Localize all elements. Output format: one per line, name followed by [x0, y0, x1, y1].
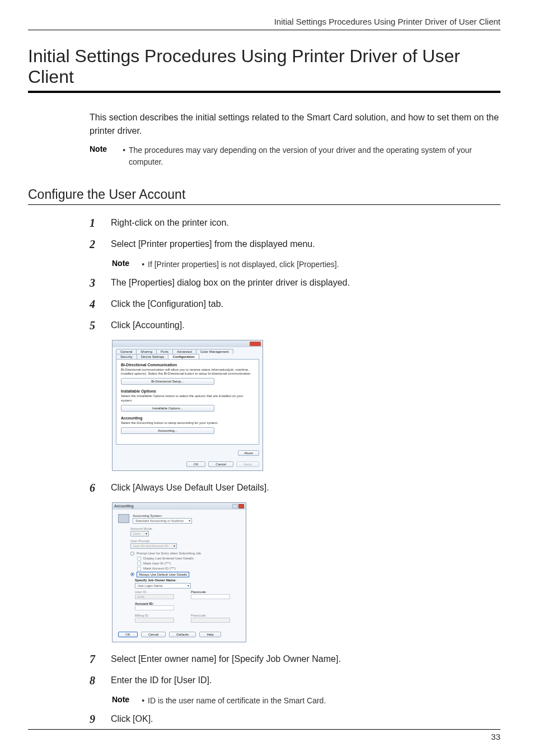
passcode2-input[interactable] [191, 618, 230, 623]
installable-options-button[interactable]: Installable Options... [121, 405, 214, 412]
check-display-last[interactable]: Display Last Entered User Details [137, 557, 240, 561]
dialog-titlebar: Accounting [113, 503, 246, 510]
tab-advanced[interactable]: Advanced [172, 349, 196, 354]
accounting-text: Select the Accounting button to setup ac… [121, 421, 254, 425]
check-mask-user[interactable]: Mask User ID (***) [137, 562, 240, 566]
running-header: Initial Settings Procedures Using Printe… [28, 17, 500, 30]
user-id-input[interactable]: 10436 [135, 594, 174, 599]
accounting-heading: Accounting [121, 416, 254, 420]
step-number: 4 [90, 297, 100, 311]
step-text: Select [Printer properties] from the dis… [111, 237, 315, 251]
ok-button[interactable]: OK [118, 632, 138, 637]
step-6: 6 Click [Always Use Default User Details… [90, 481, 500, 494]
step-text: Enter the ID for [User ID]. [111, 674, 212, 687]
tab-color-management[interactable]: Color Management [196, 349, 233, 354]
radio-icon [130, 552, 134, 556]
step-number: 2 [90, 237, 100, 251]
installable-text: Select the Installable Options button to… [121, 394, 254, 402]
dialog-tabs-row2: Security Device Settings Configuration [113, 354, 263, 359]
account-mode-label: Account Mode: [130, 527, 240, 530]
about-row: About [113, 448, 263, 459]
help-icon[interactable] [232, 504, 238, 508]
installable-heading: Installable Options [121, 389, 254, 393]
note-body: • If [Printer properties] is not display… [142, 259, 339, 270]
tab-general[interactable]: General [116, 349, 137, 354]
radio-label-boxed: Always Use Default User Details [137, 572, 189, 577]
dialog-titlebar [113, 340, 263, 347]
note-row-1: Note • The procedures may vary depending… [90, 144, 500, 168]
note-text: The procedures may vary depending on the… [129, 144, 500, 168]
bullet-icon: • [142, 259, 144, 270]
note-body: • ID is the user name of certificate in … [142, 695, 326, 707]
tab-device-settings[interactable]: Device Settings [137, 354, 169, 359]
note-label: Note [112, 259, 129, 268]
bullet-icon: • [142, 695, 144, 707]
page-title: Initial Settings Procedures Using Printe… [28, 46, 500, 93]
close-icon[interactable] [250, 342, 261, 346]
cancel-button[interactable]: Cancel [141, 632, 166, 637]
passcode-label: Passcode: [191, 590, 230, 594]
accounting-system-select[interactable]: Standard Accounting or Auditron [133, 518, 192, 524]
checkbox-icon [137, 567, 141, 571]
step-number: 5 [90, 319, 100, 332]
help-button[interactable]: Help [199, 632, 221, 637]
account-id-input[interactable] [135, 605, 174, 610]
check-mask-account[interactable]: Mask Account ID (***) [137, 567, 240, 571]
accounting-icon [118, 514, 129, 523]
user-id-label: User ID: [135, 590, 174, 594]
note-text: If [Printer properties] is not displayed… [148, 259, 339, 270]
step-4: 4 Click the [Configuration] tab. [90, 297, 500, 311]
owner-name-select[interactable]: Use Login Name [135, 583, 191, 589]
properties-dialog-screenshot: General Sharing Ports Advanced Color Man… [112, 340, 263, 471]
about-button[interactable]: About [238, 450, 259, 456]
step-text: The [Properties] dialog box on the print… [111, 276, 350, 290]
bidi-heading: Bi-Directional Communication [121, 363, 254, 367]
billing-id-input[interactable] [135, 618, 174, 623]
note-label: Note [112, 695, 129, 704]
dialog-panel: Bi-Directional Communication Bi-Directio… [116, 359, 259, 445]
bidi-text: Bi-Directional communication will allow … [121, 368, 254, 376]
billing-id-label: Billing ID: [135, 614, 174, 617]
tab-configuration[interactable]: Configuration [168, 354, 199, 359]
bidi-setup-button[interactable]: Bi-Directional Setup... [121, 378, 214, 385]
step-text: Select [Enter owner name] for [Specify J… [111, 652, 341, 666]
defaults-button[interactable]: Defaults [169, 632, 196, 637]
user-prompt-select[interactable]: User ID and Account ID [130, 543, 177, 549]
close-icon[interactable] [238, 504, 244, 508]
tab-ports[interactable]: Ports [156, 349, 173, 354]
tab-security[interactable]: Security [116, 354, 137, 359]
step-text: Click the [Configuration] tab. [111, 297, 223, 311]
step-1: 1 Right-click on the printer icon. [90, 216, 500, 230]
owner-name-label: Specify Job Owner Name: [135, 578, 240, 582]
step-number: 7 [90, 652, 100, 666]
step-number: 6 [90, 481, 100, 494]
step-text: Click [Accounting]. [111, 319, 185, 332]
radio-prompt-user[interactable]: Prompt User for Entry when Submitting Jo… [130, 552, 240, 556]
checkbox-icon [137, 557, 141, 561]
check-label: Mask Account ID (***) [143, 567, 176, 570]
checkbox-icon [137, 562, 141, 566]
tab-sharing[interactable]: Sharing [136, 349, 157, 354]
dialog-buttons: OK Cancel Defaults Help [113, 627, 246, 642]
cancel-button[interactable]: Cancel [208, 461, 233, 467]
check-label: Mask User ID (***) [143, 562, 171, 565]
accounting-button[interactable]: Accounting... [121, 427, 214, 434]
step-number: 3 [90, 276, 100, 290]
note-text: ID is the user name of certificate in th… [148, 695, 326, 707]
dialog-title [114, 342, 115, 346]
radio-icon [130, 572, 134, 576]
apply-button[interactable]: Apply [236, 461, 259, 467]
step-9: 9 Click [OK]. [90, 712, 500, 726]
ok-button[interactable]: OK [186, 461, 206, 467]
accounting-dialog-screenshot: Accounting Accounting System: Standard A… [112, 502, 246, 642]
step-number: 9 [90, 712, 100, 726]
step-7: 7 Select [Enter owner name] for [Specify… [90, 652, 500, 666]
account-mode-select[interactable]: User [130, 531, 149, 536]
passcode-input[interactable] [191, 594, 230, 599]
dialog-tabs: General Sharing Ports Advanced Color Man… [113, 347, 263, 354]
section-title: Configure the User Account [28, 187, 500, 205]
user-prompt-label: User Prompt: [130, 539, 240, 543]
step-8: 8 Enter the ID for [User ID]. [90, 674, 500, 687]
dialog-title: Accounting [114, 504, 134, 508]
radio-always-default[interactable]: Always Use Default User Details [130, 572, 240, 577]
